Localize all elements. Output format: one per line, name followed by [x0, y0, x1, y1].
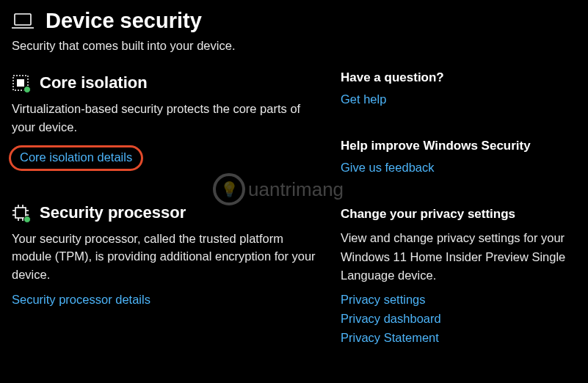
get-help-link[interactable]: Get help	[341, 92, 386, 106]
privacy-block: Change your privacy settings View and ch…	[341, 207, 573, 345]
page-header: Device security	[12, 9, 576, 33]
privacy-heading: Change your privacy settings	[341, 207, 573, 222]
have-question-heading: Have a question?	[341, 70, 573, 85]
privacy-desc: View and change privacy settings for you…	[341, 229, 573, 285]
security-processor-section: Security processor Your security process…	[12, 203, 320, 307]
security-processor-desc: Your security processor, called the trus…	[12, 230, 320, 284]
svg-rect-3	[17, 79, 24, 87]
privacy-statement-link[interactable]: Privacy Statement	[341, 331, 573, 345]
svg-rect-0	[15, 14, 31, 25]
page-title: Device security	[46, 9, 202, 33]
privacy-dashboard-link[interactable]: Privacy dashboard	[341, 312, 573, 326]
chip-icon	[12, 204, 29, 222]
core-isolation-title: Core isolation	[40, 73, 148, 92]
help-block: Have a question? Get help	[341, 70, 573, 106]
core-isolation-icon	[12, 74, 29, 92]
security-processor-details-link[interactable]: Security processor details	[12, 293, 150, 307]
core-isolation-desc: Virtualization-based security protects t…	[12, 100, 320, 136]
core-isolation-details-highlight: Core isolation details	[9, 145, 143, 171]
laptop-icon	[12, 12, 34, 30]
feedback-heading: Help improve Windows Security	[341, 139, 573, 153]
security-processor-title: Security processor	[40, 203, 186, 222]
privacy-settings-link[interactable]: Privacy settings	[341, 293, 573, 307]
feedback-link[interactable]: Give us feedback	[341, 161, 435, 175]
feedback-block: Help improve Windows Security Give us fe…	[341, 139, 573, 175]
core-isolation-details-link[interactable]: Core isolation details	[20, 150, 132, 164]
core-isolation-section: Core isolation Virtualization-based secu…	[12, 73, 320, 171]
page-subtitle: Security that comes built into your devi…	[12, 39, 576, 53]
